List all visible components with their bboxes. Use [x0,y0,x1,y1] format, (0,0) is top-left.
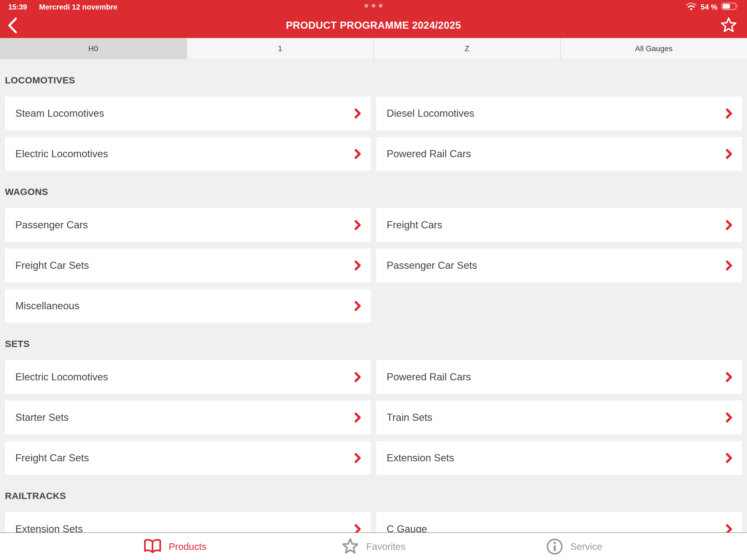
star-icon [341,538,359,555]
chevron-right-icon [725,149,733,159]
row-label: C Gauge [387,524,427,532]
list-item[interactable]: Freight Car Sets [5,249,371,282]
nav-bar: PRODUCT PROGRAMME 2024/2025 [0,13,747,38]
bottom-nav-service[interactable]: Service [546,533,602,560]
row-label: Steam Locomotives [15,108,104,119]
back-button[interactable] [6,16,23,35]
row-label: Powered Rail Cars [387,148,471,160]
list-item[interactable]: Passenger Car Sets [376,249,742,282]
bottom-nav-products[interactable]: Products [144,533,206,560]
row-label: Starter Sets [15,412,69,423]
row-label: Miscellaneous [15,300,79,312]
chevron-right-icon [725,220,733,230]
bottom-nav-label: Favorites [366,541,406,552]
row-label: Train Sets [387,412,432,423]
wifi-icon [686,2,697,12]
chevron-right-icon [354,260,361,271]
list-item[interactable]: Freight Car Sets [5,441,371,475]
content: LOCOMOTIVES Steam Locomotives Diesel Loc… [0,59,747,532]
section-title: LOCOMOTIVES [5,75,742,85]
chevron-right-icon [354,372,361,383]
battery-icon [721,2,739,13]
bottom-nav-label: Products [169,541,206,552]
chevron-right-icon [354,220,361,230]
list-item[interactable]: Diesel Locomotives [376,97,742,130]
chevron-right-icon [354,108,361,119]
section-title: SETS [5,338,742,349]
section-grid: Extension Sets C Gauge [5,512,742,532]
list-item[interactable]: Powered Rail Cars [376,137,742,171]
list-item[interactable]: Extension Sets [5,512,371,532]
category-section: LOCOMOTIVES Steam Locomotives Diesel Loc… [5,75,742,171]
category-section: WAGONS Passenger Cars Freight Cars Freig… [5,186,742,323]
list-item[interactable]: Train Sets [376,401,742,434]
app-switcher-dots-icon [364,4,383,8]
list-item[interactable]: Passenger Cars [5,208,371,242]
row-label: Freight Cars [387,219,442,231]
row-label: Passenger Cars [15,219,88,231]
row-label: Freight Car Sets [15,260,89,271]
row-label: Passenger Car Sets [387,260,477,271]
bottom-nav-label: Service [570,541,602,552]
row-label: Electric Locomotives [15,371,108,383]
tab-all-gauges[interactable]: All Gauges [561,38,747,59]
tab-z[interactable]: Z [374,38,561,59]
row-label: Freight Car Sets [15,452,89,464]
section-title: WAGONS [5,186,742,197]
chevron-right-icon [725,524,733,532]
row-label: Powered Rail Cars [387,371,471,383]
list-item[interactable]: Starter Sets [5,401,371,434]
status-date: Mercredi 12 novembre [39,3,118,11]
chevron-right-icon [354,524,361,532]
row-label: Diesel Locomotives [387,108,474,119]
status-time: 15:39 [8,3,27,11]
book-icon [144,538,162,555]
chevron-right-icon [354,301,361,311]
section-grid: Electric Locomotives Powered Rail Cars S… [5,360,742,475]
section-grid: Steam Locomotives Diesel Locomotives Ele… [5,97,742,171]
chevron-right-icon [354,149,361,159]
list-item[interactable]: Powered Rail Cars [376,360,742,394]
battery-percent: 54 % [700,3,718,11]
list-item[interactable]: Electric Locomotives [5,360,371,394]
app-header: 15:39 Mercredi 12 novembre 54 % [0,0,747,38]
star-icon [720,17,737,34]
chevron-right-icon [725,412,733,423]
gauge-tab-bar: H0 1 Z All Gauges [0,38,747,59]
list-item[interactable]: Electric Locomotives [5,137,371,171]
page-title: PRODUCT PROGRAMME 2024/2025 [286,20,461,31]
chevron-right-icon [354,453,361,463]
status-bar: 15:39 Mercredi 12 novembre 54 % [0,0,747,13]
chevron-left-icon [6,17,19,34]
category-section: SETS Electric Locomotives Powered Rail C… [5,338,742,475]
chevron-right-icon [725,453,733,463]
chevron-right-icon [725,108,733,119]
list-item[interactable]: Miscellaneous [5,289,371,323]
row-label: Electric Locomotives [15,148,108,160]
tab-1[interactable]: 1 [187,38,374,59]
row-label: Extension Sets [15,524,83,532]
section-grid: Passenger Cars Freight Cars Freight Car … [5,208,742,323]
tab-h0[interactable]: H0 [0,38,187,59]
list-item[interactable]: Extension Sets [376,441,742,475]
row-label: Extension Sets [387,452,454,464]
chevron-right-icon [725,372,733,383]
chevron-right-icon [725,260,733,271]
list-item[interactable]: Freight Cars [376,208,742,242]
category-section: RAILTRACKS Extension Sets C Gauge [5,490,742,532]
chevron-right-icon [354,412,361,423]
info-icon [546,538,563,555]
bottom-nav-favorites[interactable]: Favorites [341,533,406,560]
list-item[interactable]: C Gauge [376,512,742,532]
list-item[interactable]: Steam Locomotives [5,97,371,130]
favorite-star-button[interactable] [719,16,738,35]
bottom-nav-bar: Products Favorites Service [0,532,747,560]
section-title: RAILTRACKS [5,490,742,501]
